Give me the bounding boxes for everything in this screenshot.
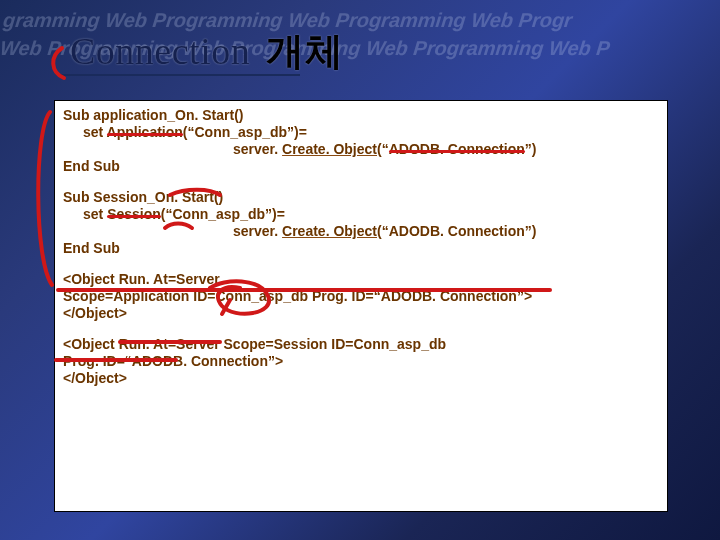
- code-panel: Sub application_On. Start() set Applicat…: [54, 100, 668, 512]
- b2-line1: Sub Session_On. Start(): [63, 189, 659, 206]
- b2l2-post: (“Conn_asp_db”)=: [161, 206, 285, 222]
- title-eng: Connection: [70, 30, 250, 72]
- b2l2-strike: Session: [107, 206, 161, 222]
- b4-line1: <Object Run. At=Server Scope=Session ID=…: [63, 336, 659, 353]
- b3-line1: <Object Run. At=Server: [63, 271, 659, 288]
- code-block-4: <Object Run. At=Server Scope=Session ID=…: [63, 336, 659, 387]
- b1l3-pb: ”): [525, 141, 537, 157]
- b4-line3: </Object>: [63, 370, 659, 387]
- b1l2-post: (“Conn_asp_db”)=: [183, 124, 307, 140]
- b2-line2: set Session(“Conn_asp_db”)=: [63, 206, 659, 223]
- b3-line3: </Object>: [63, 305, 659, 322]
- b1l2-pre: set: [83, 124, 107, 140]
- b2l3-u: Create. Object: [282, 223, 377, 239]
- b1-line2: set Application(“Conn_asp_db”)=: [63, 124, 659, 141]
- b1l3-pa: (“: [377, 141, 389, 157]
- b1l3-strike: ADODB. Connection: [389, 141, 525, 157]
- page-title: Connection 개체: [70, 26, 343, 77]
- b2-line3: server. Create. Object(“ADODB. Connectio…: [63, 223, 659, 240]
- b1l3-u: Create. Object: [282, 141, 377, 157]
- b1-line3: server. Create. Object(“ADODB. Connectio…: [63, 141, 659, 158]
- b1-line1: Sub application_On. Start(): [63, 107, 659, 124]
- title-kor: 개체: [266, 30, 343, 72]
- b2l3-post: (“ADODB. Connection”): [377, 223, 536, 239]
- b1-line4: End Sub: [63, 158, 659, 175]
- b2l2-pre: set: [83, 206, 107, 222]
- b2l3-pre: server.: [233, 223, 282, 239]
- b4-line2: Prog. ID=“ADODB. Connection”>: [63, 353, 659, 370]
- b1l3-pre: server.: [233, 141, 282, 157]
- code-block-2: Sub Session_On. Start() set Session(“Con…: [63, 189, 659, 257]
- b1l2-strike: Application: [107, 124, 183, 140]
- code-block-3: <Object Run. At=Server Scope=Application…: [63, 271, 659, 322]
- b3-line2: Scope=Application ID=Conn_asp_db Prog. I…: [63, 288, 659, 305]
- b2-line4: End Sub: [63, 240, 659, 257]
- code-block-1: Sub application_On. Start() set Applicat…: [63, 107, 659, 175]
